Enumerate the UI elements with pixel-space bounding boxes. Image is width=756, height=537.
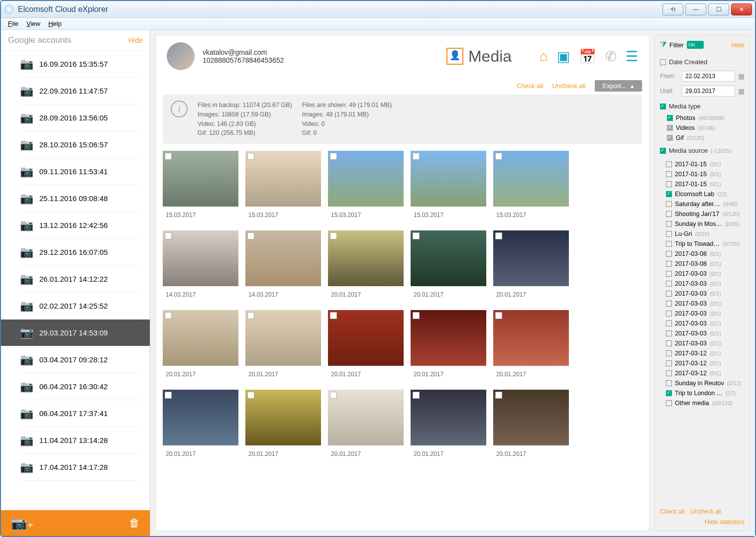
date-from-input[interactable]: 22.02.2013 xyxy=(682,71,735,82)
source-check[interactable] xyxy=(666,171,672,177)
thumbnail-checkbox[interactable] xyxy=(413,392,420,399)
source-check[interactable] xyxy=(666,181,672,187)
thumbnail-checkbox[interactable] xyxy=(330,392,337,399)
thumbnail-checkbox[interactable] xyxy=(247,153,254,160)
source-list[interactable]: 2017-01-15 (0/1)2017-01-15 (0/1)2017-01-… xyxy=(659,159,746,504)
snapshot-item[interactable]: 📷17.04.2017 14:17:28 xyxy=(20,454,141,481)
thumbnail-checkbox[interactable] xyxy=(165,153,172,160)
home-icon[interactable]: ⌂ xyxy=(540,48,548,65)
thumbnail[interactable]: 20.01.2017 xyxy=(328,310,404,383)
source-item[interactable]: Saturday after… (0/40) xyxy=(659,199,744,209)
snapshot-item[interactable]: 📷28.10.2016 15:06:57 xyxy=(20,131,141,158)
thumbnail-checkbox[interactable] xyxy=(330,312,337,319)
source-check[interactable] xyxy=(666,380,672,386)
source-item[interactable]: Sunday in Reutov (0/12) xyxy=(659,378,744,388)
source-item[interactable]: 2017-01-15 (0/1) xyxy=(659,159,744,169)
source-item[interactable]: 2017-03-12 (0/1) xyxy=(659,368,744,378)
source-check[interactable] xyxy=(666,311,672,317)
source-item[interactable]: 2017-03-03 (0/1) xyxy=(659,299,744,309)
source-check[interactable] xyxy=(666,211,672,217)
thumbnail-scroll[interactable]: 15.03.201715.03.201715.03.201715.03.2017… xyxy=(156,144,649,531)
thumbnail[interactable]: 15.03.2017 xyxy=(163,151,238,223)
snapshot-item[interactable]: 📷06.04.2017 17:37:41 xyxy=(20,400,141,427)
snapshot-item[interactable]: 📷06.04.2017 16:30:42 xyxy=(20,373,141,400)
thumbnail-image[interactable] xyxy=(163,310,238,366)
snapshot-item[interactable]: 📷28.09.2016 13:56:05 xyxy=(20,105,141,131)
thumbnail[interactable]: 15.03.2017 xyxy=(328,151,404,223)
thumbnail[interactable]: 20.01.2017 xyxy=(163,310,238,383)
source-item[interactable]: Lu-Gri (0/16) xyxy=(659,229,744,239)
thumbnail[interactable]: 20.01.2017 xyxy=(328,230,404,303)
minimize-button[interactable]: — xyxy=(685,3,706,15)
thumbnail-checkbox[interactable] xyxy=(247,312,254,319)
source-check[interactable] xyxy=(666,241,672,247)
source-item[interactable]: Elcomsoft Lab (22) xyxy=(659,189,744,199)
thumbnail-image[interactable] xyxy=(328,151,404,207)
sidebar-hide-link[interactable]: Hide xyxy=(128,36,143,44)
thumbnail-checkbox[interactable] xyxy=(165,232,172,239)
thumbnail[interactable]: 20.01.2017 xyxy=(163,390,238,462)
menu-view[interactable]: View xyxy=(22,19,44,28)
snapshot-item[interactable]: 📷29.12.2016 16:07:05 xyxy=(20,239,141,266)
source-check[interactable] xyxy=(666,370,672,376)
thumbnail-checkbox[interactable] xyxy=(495,153,502,160)
snapshot-item[interactable]: 📷03.04.2017 09:28:12 xyxy=(20,346,141,373)
snapshot-item[interactable]: 📷25.11.2016 09:08:48 xyxy=(20,185,141,212)
thumbnail-checkbox[interactable] xyxy=(495,392,502,399)
more-icon[interactable]: ☰ xyxy=(626,48,638,65)
help-button[interactable]: ⟲ xyxy=(662,3,683,15)
source-item[interactable]: 2017-01-15 (0/1) xyxy=(659,179,744,189)
thumbnail[interactable]: 20.01.2017 xyxy=(411,390,486,462)
thumbnail[interactable]: 15.03.2017 xyxy=(493,151,569,223)
menu-help[interactable]: Help xyxy=(44,19,66,28)
thumbnail[interactable]: 15.03.2017 xyxy=(245,151,321,223)
check-all-link[interactable]: Check all xyxy=(517,82,543,90)
calendar-picker-icon[interactable]: ▦ xyxy=(738,72,745,80)
source-check[interactable] xyxy=(666,321,672,326)
snapshot-item[interactable]: 📷29.03.2017 14:53:09 xyxy=(1,320,150,346)
source-item[interactable]: Sunday in Mos… (0/39) xyxy=(659,219,744,229)
source-item[interactable]: 2017-03-08 (0/1) xyxy=(659,259,744,269)
delete-snapshot-icon[interactable]: 🗑 xyxy=(129,517,140,530)
thumbnail-image[interactable] xyxy=(328,310,404,366)
source-check[interactable] xyxy=(666,291,672,297)
thumbnail-image[interactable] xyxy=(245,310,321,366)
thumbnail[interactable]: 20.01.2017 xyxy=(493,390,569,462)
thumbnail-image[interactable] xyxy=(245,151,321,207)
maximize-button[interactable]: ☐ xyxy=(708,3,729,15)
filter-toggle[interactable]: ON xyxy=(687,41,704,49)
source-item[interactable]: Shooting Jan'17 (0/120) xyxy=(659,209,744,219)
source-check[interactable] xyxy=(666,231,672,237)
thumbnail-checkbox[interactable] xyxy=(247,232,254,239)
date-until-input[interactable]: 29.03.2017 xyxy=(682,86,735,97)
source-check[interactable] xyxy=(666,221,672,227)
thumbnail-image[interactable] xyxy=(493,310,569,366)
source-check[interactable] xyxy=(666,201,672,207)
snapshot-item[interactable]: 📷11.04.2017 13:14:28 xyxy=(20,427,141,454)
source-item[interactable]: Trip to London … (27) xyxy=(659,388,744,398)
thumbnail-checkbox[interactable] xyxy=(413,312,420,319)
date-created-check[interactable] xyxy=(660,59,666,65)
thumbnail-image[interactable] xyxy=(163,151,238,207)
close-button[interactable]: ✕ xyxy=(731,3,752,15)
snapshot-item[interactable]: 📷22.09.2016 11:47:57 xyxy=(20,78,141,105)
source-check[interactable] xyxy=(666,340,672,346)
calendar-picker-icon[interactable]: ▦ xyxy=(738,87,745,95)
videos-check[interactable] xyxy=(667,125,673,131)
source-check[interactable] xyxy=(666,390,672,396)
source-item[interactable]: 2017-03-03 (0/1) xyxy=(659,289,744,299)
thumbnail-checkbox[interactable] xyxy=(165,392,172,399)
thumbnail[interactable]: 14.03.2017 xyxy=(163,230,238,303)
filter-check-all[interactable]: Check all xyxy=(660,508,684,515)
thumbnail-image[interactable] xyxy=(411,230,486,286)
hide-statistics-link[interactable]: Hide statistics xyxy=(705,518,745,526)
thumbnail[interactable]: 20.01.2017 xyxy=(493,310,569,383)
snapshot-item[interactable]: 📷26.01.2017 14:12:22 xyxy=(20,266,141,293)
source-check[interactable] xyxy=(666,191,672,197)
thumbnail-checkbox[interactable] xyxy=(413,153,420,160)
source-item[interactable]: 2017-03-03 (0/1) xyxy=(659,319,744,328)
thumbnail-image[interactable] xyxy=(411,151,486,207)
source-item[interactable]: 2017-03-12 (0/1) xyxy=(659,348,744,358)
snapshot-list[interactable]: 📷16.09.2016 15:35:57📷22.09.2016 11:47:57… xyxy=(1,51,150,510)
source-item[interactable]: 2017-03-03 (0/1) xyxy=(659,338,744,348)
